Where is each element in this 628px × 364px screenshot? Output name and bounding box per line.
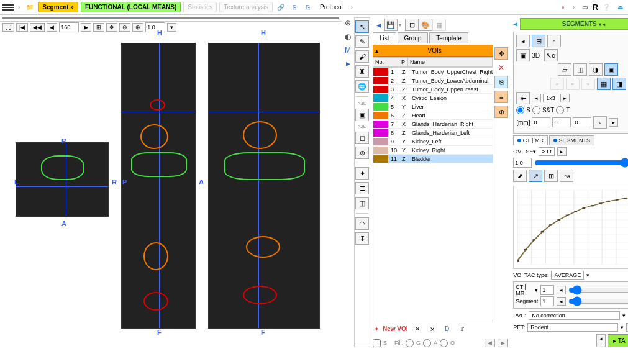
- voi-row[interactable]: 4XCystic_Lesion: [373, 94, 493, 102]
- seg-prev-button[interactable]: ◂: [557, 297, 566, 306]
- chevron-right-icon[interactable]: ▸: [346, 58, 350, 68]
- square-icon[interactable]: ◻: [355, 132, 369, 144]
- folder-icon[interactable]: 📁: [24, 2, 35, 12]
- pointer-icon[interactable]: ↖: [355, 20, 369, 33]
- prev-voi-button[interactable]: ◀: [485, 339, 495, 347]
- protocol-label[interactable]: Protocol: [316, 2, 347, 12]
- col-p[interactable]: P: [399, 58, 408, 66]
- collapse-icon[interactable]: ▴: [375, 47, 378, 54]
- protocol-icon[interactable]: ⎘: [303, 2, 314, 12]
- fill-o-radio[interactable]: [440, 339, 448, 347]
- zoom-input[interactable]: [145, 22, 165, 32]
- export-icon[interactable]: ⎘: [289, 2, 300, 12]
- grid2-icon[interactable]: ◨: [612, 78, 626, 90]
- voi-row[interactable]: 10YKidney_Right: [373, 146, 493, 155]
- tab-list[interactable]: List: [373, 32, 396, 43]
- tac-chevron-icon[interactable]: ▾: [586, 272, 589, 278]
- tac-type-dropdown[interactable]: AVERAGE: [551, 271, 584, 280]
- zoom-dropdown[interactable]: ▾: [167, 23, 176, 32]
- pvc-chevron-icon[interactable]: ▾: [622, 312, 626, 319]
- pet-chevron-icon[interactable]: ▾: [621, 324, 624, 330]
- new-voi-icon[interactable]: ✦: [374, 325, 379, 332]
- shape2-icon[interactable]: ◫: [573, 63, 587, 76]
- segments-title[interactable]: SEGMENTS ▾ ◂: [520, 18, 628, 30]
- spin-value[interactable]: 1x3: [543, 94, 558, 102]
- voi-row[interactable]: 6ZHeart: [373, 111, 493, 120]
- chart-type-b-icon[interactable]: ↗: [529, 170, 542, 182]
- delete-icon[interactable]: ✕: [412, 324, 423, 334]
- save-icon[interactable]: 💾: [384, 19, 398, 31]
- settings-icon[interactable]: ≡: [494, 91, 508, 103]
- chart-type-a-icon[interactable]: ⬈: [513, 170, 527, 182]
- pointer-tool-icon[interactable]: ↖α: [544, 49, 558, 61]
- expand-icon[interactable]: ⛶: [2, 23, 14, 32]
- s-checkbox[interactable]: [373, 339, 381, 347]
- next-voi-button[interactable]: ▶: [498, 339, 508, 347]
- tree-icon[interactable]: ⊞: [405, 19, 419, 31]
- mode-a-icon[interactable]: ◂: [516, 35, 530, 47]
- globe-icon[interactable]: 🌐: [355, 80, 369, 93]
- duplicate-icon[interactable]: ⎘: [494, 76, 508, 88]
- action-prev-button[interactable]: ◂: [596, 334, 606, 347]
- increment-button[interactable]: ▸: [560, 94, 570, 102]
- ctmr-slider[interactable]: [568, 286, 628, 294]
- new-voi-button[interactable]: New VOI: [383, 325, 408, 332]
- down-icon[interactable]: ↧: [355, 232, 369, 245]
- mm-x-input[interactable]: [532, 117, 550, 127]
- pet-dropdown[interactable]: Rodent: [527, 323, 618, 332]
- pvc-dropdown[interactable]: No correction: [529, 311, 620, 320]
- merge-icon[interactable]: ⊕: [494, 106, 508, 118]
- contrast-icon[interactable]: ◐: [342, 31, 353, 42]
- shapes-icon[interactable]: ◫: [355, 197, 369, 209]
- pan-button[interactable]: ✥: [106, 23, 117, 32]
- functional-button[interactable]: FUNCTIONAL (LOCAL MEANS): [81, 2, 181, 12]
- voi-row[interactable]: 1ZTumor_Body_UpperChest_Right: [373, 68, 493, 76]
- m-icon[interactable]: M: [342, 45, 353, 56]
- r-button[interactable]: R: [593, 3, 598, 12]
- chart-expand-icon[interactable]: ⊞: [544, 170, 558, 182]
- voi-row[interactable]: 2ZTumor_Body_LowerAbdominal: [373, 76, 493, 85]
- apply-icon[interactable]: ▫: [593, 116, 607, 129]
- text-icon[interactable]: T: [457, 324, 468, 334]
- tac-chart[interactable]: [513, 186, 628, 269]
- s-radio[interactable]: [516, 106, 524, 114]
- lt-dropdown[interactable]: > Lt: [539, 147, 554, 156]
- shape4-icon[interactable]: ▣: [604, 63, 618, 76]
- grid1-icon[interactable]: ▦: [597, 78, 611, 90]
- eject-icon[interactable]: ⏏: [614, 2, 626, 12]
- help-icon[interactable]: ❔: [601, 2, 612, 12]
- cube-icon[interactable]: ▣: [355, 109, 369, 121]
- center-button[interactable]: ⊞: [93, 23, 104, 32]
- decrement-button[interactable]: ◂: [532, 94, 541, 102]
- image-viewer[interactable]: H H L R P A F F A P: [2, 17, 339, 19]
- screen-icon[interactable]: ▭: [579, 2, 590, 12]
- opacity-slider[interactable]: [534, 159, 628, 166]
- contour-icon[interactable]: ◠: [355, 217, 369, 230]
- voi-row[interactable]: 7XGlands_Harderian_Right: [373, 120, 493, 129]
- palette-icon[interactable]: 🎨: [419, 19, 432, 31]
- voi-row[interactable]: 8ZGlands_Harderian_Left: [373, 129, 493, 137]
- mode-b-icon[interactable]: ⊞: [532, 35, 545, 47]
- st-radio[interactable]: [532, 106, 540, 114]
- seg-val-input[interactable]: [540, 296, 554, 306]
- fill-a-radio[interactable]: [423, 339, 431, 347]
- chevron-left-icon[interactable]: ◂: [373, 20, 384, 30]
- chevron-left-icon[interactable]: ◂: [513, 19, 517, 29]
- chart-link-icon[interactable]: ↝: [560, 170, 573, 182]
- remove-icon[interactable]: ✕: [496, 62, 507, 73]
- tower-icon[interactable]: ♜: [355, 65, 369, 78]
- ovl-label[interactable]: OVL SE▾: [513, 148, 536, 155]
- shape3-icon[interactable]: ◑: [589, 63, 603, 76]
- lasso-icon[interactable]: ✎: [355, 35, 369, 48]
- circle-dot-icon[interactable]: ⊚: [355, 147, 369, 159]
- t-radio[interactable]: [556, 106, 564, 114]
- brush-icon[interactable]: 🖌: [355, 50, 369, 63]
- fill-g-radio[interactable]: [406, 339, 414, 347]
- link-icon[interactable]: 🔗: [275, 2, 286, 12]
- voi-row[interactable]: 3ZTumor_Body_UpperBreast: [373, 85, 493, 94]
- wand-icon[interactable]: ✦: [355, 167, 369, 180]
- tab-group[interactable]: Group: [398, 32, 429, 43]
- voi-row[interactable]: 5YLiver: [373, 102, 493, 111]
- prev-button[interactable]: ◀: [47, 23, 57, 32]
- menu-icon[interactable]: [2, 4, 14, 11]
